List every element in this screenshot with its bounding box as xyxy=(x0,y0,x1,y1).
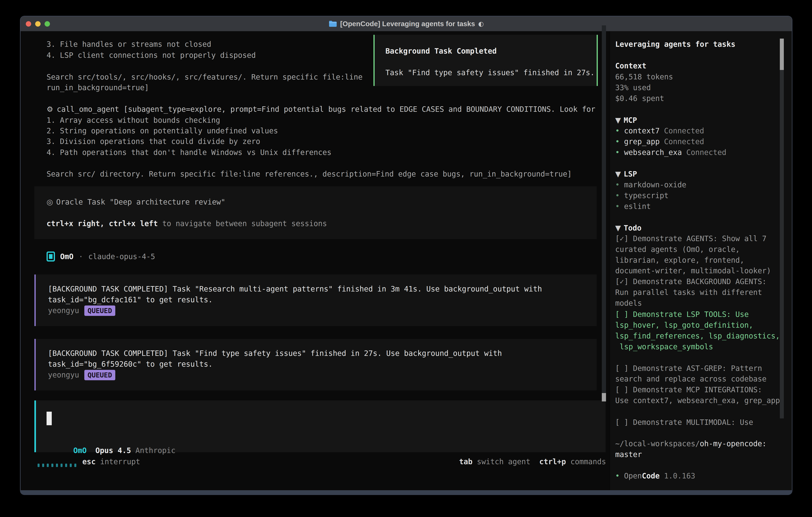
prompt-input[interactable]: OmOOpus 4.5Anthropic xyxy=(34,401,606,452)
minimize-button[interactable] xyxy=(35,21,40,27)
active-agent-label: OmO xyxy=(73,446,87,455)
task-message-line2: task_id="bg_6f59260c" to get results. xyxy=(48,359,212,370)
window-title-text: [OpenCode] Leveraging agents for tasks xyxy=(340,20,475,28)
terminal-scrollbar[interactable] xyxy=(602,25,606,402)
git-branch: master xyxy=(615,449,642,460)
close-button[interactable] xyxy=(26,21,31,27)
brand-prefix: Open xyxy=(624,472,642,480)
esc-label: interrupt xyxy=(96,457,140,466)
spinner-dot xyxy=(47,464,49,467)
tab-label: switch agent xyxy=(472,457,530,466)
ctrlp-label: commands xyxy=(566,457,606,466)
lsp-item-name: typescript xyxy=(624,191,669,200)
terminal-scrollbar-thumb[interactable] xyxy=(602,393,606,402)
todo-line-active: lsp_workspace_symbols xyxy=(615,342,713,352)
todo-line: Run parallel tasks with different xyxy=(615,287,762,298)
sidebar-scrollbar[interactable] xyxy=(780,38,784,418)
context-used: 33% used xyxy=(615,82,651,93)
chevron-down-icon[interactable]: ▼ xyxy=(615,224,621,232)
mcp-item-status: Connected xyxy=(664,137,704,146)
agent-name: OmO xyxy=(60,252,74,261)
task-message-line1: [BACKGROUND TASK COMPLETED] Task "Resear… xyxy=(48,284,542,295)
background-task-message: [BACKGROUND TASK COMPLETED] Task "Find t… xyxy=(34,339,597,390)
tab-key: tab xyxy=(459,457,472,466)
sidebar-scrollbar-thumb[interactable] xyxy=(780,38,784,70)
todo-line: [ ] Demonstrate AST-GREP: Pattern xyxy=(615,363,762,374)
traffic-lights xyxy=(26,17,50,31)
spinner-dot xyxy=(70,464,72,467)
todo-line: [✓] Demonstrate AGENTS: Show all 7 xyxy=(615,233,766,244)
gear-icon: ⚙ xyxy=(47,105,53,113)
maximize-button[interactable] xyxy=(45,21,50,27)
spinner-dot xyxy=(37,464,39,467)
lsp-section-header[interactable]: ▼LSP xyxy=(615,169,637,180)
context-heading: Context xyxy=(615,61,646,71)
terminal-line: 4. LSP client connections not properly d… xyxy=(47,50,256,61)
terminal-line: run_in_background=true] xyxy=(47,82,149,93)
bullet-icon: • xyxy=(615,137,619,146)
background-task-toast: Background Task Completed Task "Find typ… xyxy=(373,35,598,86)
username: yeongyu xyxy=(48,370,79,380)
session-state-icon: ◐ xyxy=(478,20,484,28)
lsp-heading-text: LSP xyxy=(624,170,637,178)
mcp-item: •websearch_exaConnected xyxy=(615,147,726,158)
todo-line: [ ] Demonstrate MULTIMODAL: Use xyxy=(615,417,753,428)
background-task-message: [BACKGROUND TASK COMPLETED] Task "Resear… xyxy=(34,274,597,326)
active-model-label: Opus 4.5 xyxy=(95,446,131,455)
separator-dot: · xyxy=(79,252,83,261)
chevron-down-icon[interactable]: ▼ xyxy=(615,116,621,125)
todo-line: models xyxy=(615,298,642,309)
mcp-item-name: context7 xyxy=(624,127,660,135)
spinner-dot xyxy=(74,464,76,467)
todo-section-header[interactable]: ▼Todo xyxy=(615,223,642,234)
tool-call-line: ⚙call_omo_agent [subagent_type=explore, … xyxy=(47,104,596,115)
chevron-down-icon[interactable]: ▼ xyxy=(615,170,621,178)
agent-header-row: OmO · claude-opus-4-5 xyxy=(47,251,155,262)
todo-line: librarian, explore, frontend, xyxy=(615,255,744,266)
window-title: [OpenCode] Leveraging agents for tasks ◐ xyxy=(329,20,484,28)
mcp-heading-text: MCP xyxy=(624,116,637,125)
spinner-dot xyxy=(61,464,62,467)
mcp-item: •grep_appConnected xyxy=(615,136,704,147)
todo-heading-text: Todo xyxy=(624,224,641,232)
terminal-line: 2. String operations on potentially unde… xyxy=(47,126,278,136)
model-selector[interactable]: OmOOpus 4.5Anthropic xyxy=(47,434,175,445)
todo-line: search and replace across codebase xyxy=(615,374,766,384)
workspace-path: ~/local-workspaces/oh-my-opencode: xyxy=(615,438,766,449)
bullet-icon: • xyxy=(615,202,619,211)
bullseye-icon: ◎ xyxy=(47,198,53,206)
folder-icon xyxy=(329,20,337,27)
terminal-line: 1. Array access without bounds checking xyxy=(47,115,220,126)
bullet-icon: • xyxy=(615,472,619,480)
task-message-meta: yeongyu QUEUED xyxy=(48,305,115,316)
task-message-meta: yeongyu QUEUED xyxy=(48,370,115,380)
sidebar: Leveraging agents for tasks Context 66,5… xyxy=(610,31,792,490)
titlebar[interactable]: [OpenCode] Leveraging agents for tasks ◐ xyxy=(21,17,792,31)
username: yeongyu xyxy=(48,305,79,316)
activity-spinner xyxy=(37,460,76,471)
oracle-task-box: ◎Oracle Task "Deep architecture review" … xyxy=(34,186,597,239)
mcp-item: •context7Connected xyxy=(615,126,704,136)
shortcut-hint-text: to navigate between subagent sessions xyxy=(158,219,327,228)
spinner-dot xyxy=(42,464,44,467)
mcp-section-header[interactable]: ▼MCP xyxy=(615,115,637,126)
oracle-task-text: Oracle Task "Deep architecture review" xyxy=(56,198,225,206)
shortcut-hints: tab switch agent ctrl+p commands xyxy=(459,456,606,467)
bullet-icon: • xyxy=(615,148,619,157)
task-message-line2: task_id="bg_dcfac161" to get results. xyxy=(48,295,212,305)
todo-line: Use context7, websearch_exa, grep_app xyxy=(615,395,780,406)
app-window: [OpenCode] Leveraging agents for tasks ◐… xyxy=(20,16,792,495)
terminal-line: Search src/tools/, src/hooks/, src/featu… xyxy=(47,72,362,83)
oracle-hint: ctrl+x right, ctrl+x left to navigate be… xyxy=(47,218,327,229)
todo-line: [ ] Demonstrate MCP INTEGRATIONS: xyxy=(615,384,762,395)
agent-icon xyxy=(47,251,55,262)
task-message-line1: [BACKGROUND TASK COMPLETED] Task "Find t… xyxy=(48,348,502,359)
todo-line-active: [ ] Demonstrate LSP TOOLS: Use xyxy=(615,309,749,320)
oracle-task-title: ◎Oracle Task "Deep architecture review" xyxy=(47,197,225,208)
spinner-dot xyxy=(56,464,58,467)
lsp-item: •typescript xyxy=(615,190,669,201)
shortcut-keys: ctrl+x right, ctrl+x left xyxy=(47,219,158,228)
todo-line-active: lsp_hover, lsp_goto_definition, xyxy=(615,320,753,331)
session-title: Leveraging agents for tasks xyxy=(615,39,735,50)
toast-body: Task "Find type safety issues" finished … xyxy=(385,67,594,78)
